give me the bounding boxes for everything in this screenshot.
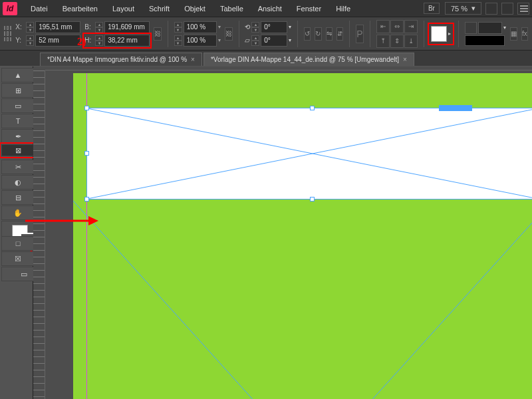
resize-handle[interactable] <box>84 151 89 156</box>
menu-schrift[interactable]: Schrift <box>142 2 176 15</box>
screen-mode-icon[interactable] <box>485 3 497 15</box>
flip-v-icon[interactable]: ⇵ <box>336 27 343 41</box>
tab-1-label: *DIN A4 Mappe Immogruen fiktiv.indd @ 10… <box>47 56 187 63</box>
workspace-switcher[interactable] <box>517 3 529 15</box>
close-icon[interactable]: × <box>403 56 407 63</box>
shear-field[interactable]: 0° <box>261 35 287 47</box>
canvas[interactable] <box>33 66 532 399</box>
swatch-dropdown-icon[interactable]: ▸ <box>448 31 451 37</box>
rectangle-frame-tool[interactable]: ⊠ <box>1 144 35 156</box>
toolbox: ▲ △ ⊞ ↔ ▭ ▣ T ╲ ✒ ✎ ⊠ ▭ ✂ ⬚ ◐ ▦ ⊟ ✎ ✋ 🔍 … <box>0 66 33 399</box>
resize-handle[interactable] <box>439 105 472 111</box>
align-center-icon[interactable]: ⇔ <box>390 20 404 33</box>
y-label: Y: <box>15 37 25 44</box>
hand-tool[interactable]: ✋ <box>1 205 35 220</box>
menu-hilfe[interactable]: Hilfe <box>329 2 357 15</box>
arrange-icon[interactable] <box>501 3 513 15</box>
zoom-level[interactable]: 75 %▾ <box>445 2 481 15</box>
apply-none-icon[interactable]: ☒ <box>1 251 35 266</box>
menu-objekt[interactable]: Objekt <box>178 2 212 15</box>
effects-fx-icon[interactable]: fx <box>521 27 528 41</box>
svg-line-1 <box>73 201 532 399</box>
menu-ansicht[interactable]: Ansicht <box>251 2 289 15</box>
stroke-weight-field[interactable] <box>478 22 502 34</box>
align-bottom-icon[interactable]: ⤓ <box>404 35 418 48</box>
menu-fenster[interactable]: Fenster <box>290 2 328 15</box>
align-mid-icon[interactable]: ⇕ <box>390 35 404 48</box>
constrain-wh-icon[interactable]: ⛓ <box>154 27 162 41</box>
tab-2-label: *Vorlage DIN A4-Mappe 14_44_de.indd @ 75… <box>211 56 399 63</box>
rotate-icon: ⟲ <box>245 23 250 31</box>
resize-handle[interactable] <box>310 106 315 110</box>
formatting-container-icon[interactable]: □ <box>1 236 35 251</box>
align-top-icon[interactable]: ⤒ <box>376 35 390 48</box>
menu-layout[interactable]: Layout <box>106 2 141 15</box>
shear-icon: ▱ <box>245 37 250 44</box>
w-field[interactable]: 191,609 mm <box>104 21 150 33</box>
app-logo: Id <box>3 2 17 15</box>
rotate-ccw-icon[interactable]: ↺ <box>304 27 311 41</box>
document-tab-1[interactable]: *DIN A4 Mappe Immogruen fiktiv.indd @ 10… <box>40 53 202 66</box>
w-label: B: <box>84 23 94 31</box>
pen-tool[interactable]: ✒ <box>1 129 35 144</box>
h-label: H: <box>84 37 94 44</box>
fill-swatch[interactable] <box>431 26 447 42</box>
content-collector-tool[interactable]: ▭ <box>1 98 35 113</box>
menu-tabelle[interactable]: Tabelle <box>213 2 250 15</box>
y-field[interactable]: 52 mm <box>35 35 80 47</box>
gradient-swatch-tool[interactable]: ◐ <box>1 175 35 190</box>
stroke-style[interactable] <box>465 35 505 46</box>
chevron-down-icon: ▾ <box>471 4 475 13</box>
x-field[interactable]: 195,51 mm <box>35 21 80 33</box>
menu-bearbeiten[interactable]: Bearbeiten <box>56 2 104 15</box>
rotate-cw-icon[interactable]: ↻ <box>315 27 321 41</box>
scale-x-field[interactable]: 100 % <box>184 21 217 33</box>
x-label: X: <box>15 23 25 31</box>
annotation-step-2: 2) <box>77 36 86 48</box>
reference-point-grid[interactable] <box>4 26 11 42</box>
close-icon[interactable]: × <box>191 56 195 63</box>
h-field[interactable]: 38,22 mm <box>104 35 150 47</box>
paragraph-style-icon[interactable]: P <box>356 25 364 43</box>
document-tab-2[interactable]: *Vorlage DIN A4-Mappe 14_44_de.indd @ 75… <box>203 53 414 66</box>
svg-line-0 <box>73 201 532 399</box>
zoom-value: 75 % <box>451 5 467 13</box>
page-artboard[interactable] <box>73 73 532 399</box>
selection-tool[interactable]: ▲ <box>1 68 35 82</box>
align-left-icon[interactable]: ⇤ <box>376 20 390 33</box>
align-right-icon[interactable]: ⇥ <box>404 20 418 33</box>
menu-datei[interactable]: Datei <box>24 2 55 15</box>
resize-handle[interactable] <box>310 197 315 201</box>
resize-handle[interactable] <box>84 106 89 110</box>
type-tool[interactable]: T <box>1 114 35 128</box>
scale-y-field[interactable]: 100 % <box>184 35 217 47</box>
ruler-horizontal[interactable] <box>45 66 532 70</box>
rotation-field[interactable]: 0° <box>261 21 287 33</box>
constrain-scale-icon[interactable]: ⛓ <box>225 27 233 41</box>
stroke-weight-icon[interactable] <box>465 22 477 34</box>
bridge-button[interactable]: Br <box>424 3 440 14</box>
flip-h-icon[interactable]: ⇋ <box>326 27 332 41</box>
rectangle-frame[interactable] <box>86 108 532 200</box>
ruler-vertical[interactable] <box>33 70 45 399</box>
page-tool[interactable]: ⊞ <box>1 83 35 98</box>
scissors-tool[interactable]: ✂ <box>1 160 35 174</box>
note-tool[interactable]: ⊟ <box>1 190 35 205</box>
resize-handle[interactable] <box>84 197 89 201</box>
drop-shadow-icon[interactable]: ▦ <box>510 27 517 41</box>
